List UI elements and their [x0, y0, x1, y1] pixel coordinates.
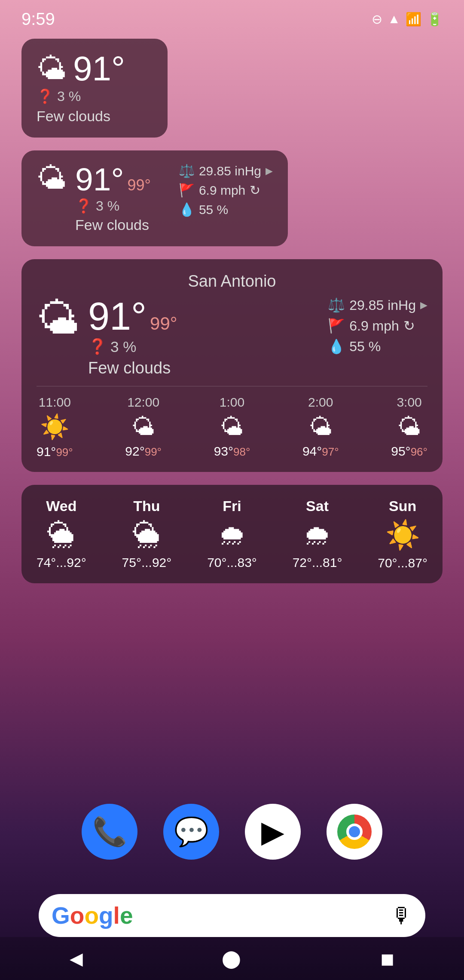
- recents-button[interactable]: ◼: [380, 949, 394, 968]
- feels-like-large: 99°: [150, 313, 177, 334]
- condition-large: Few clouds: [88, 359, 177, 377]
- day-label-fri: Fri: [223, 498, 241, 514]
- details-medium: ⚖️ 29.85 inHg ▶ 🚩 6.9 mph ↻ 💧 55 %: [179, 163, 273, 217]
- rain-icon-medium: 💧: [179, 202, 195, 217]
- messages-icon: 💬: [174, 815, 209, 848]
- hour-label-3: 2:00: [308, 395, 333, 410]
- nav-bar: ◀ ⬤ ◼: [0, 937, 464, 980]
- precip-large: 55 %: [349, 339, 381, 355]
- hour-temps-2: 93°98°: [214, 444, 250, 459]
- status-time: 9:59: [21, 9, 55, 29]
- weather-widget-weekly[interactable]: Wed 🌦 74°...92° Thu 🌦 75°...92° Fri 🌧 70…: [21, 485, 443, 583]
- weather-widget-large[interactable]: San Antonio 🌤 91° 99° ❓ 3 % Few clouds ⚖…: [21, 259, 443, 472]
- search-input[interactable]: [141, 894, 382, 937]
- hour-icon-4: 🌤: [397, 413, 421, 441]
- day-temps-sun: 70°...87°: [378, 556, 427, 570]
- do-not-disturb-icon: ⊖: [372, 12, 382, 27]
- day-item-wed: Wed 🌦 74°...92°: [37, 498, 86, 570]
- hour-temps-3: 94°97°: [302, 444, 339, 459]
- hour-item-1: 12:00 🌤 92°99°: [125, 395, 162, 459]
- temp-large: 91°: [88, 297, 147, 336]
- day-temps-thu: 75°...92°: [122, 555, 172, 570]
- day-item-sun: Sun ☀️ 70°...87°: [378, 498, 427, 570]
- city-name: San Antonio: [37, 272, 427, 291]
- day-item-thu: Thu 🌦 75°...92°: [122, 498, 172, 570]
- phone-icon: 📞: [92, 815, 127, 848]
- day-icon-sat: 🌧: [303, 519, 331, 551]
- play-store-app-icon[interactable]: ▶: [245, 804, 301, 860]
- chrome-icon: [337, 815, 372, 849]
- day-label-thu: Thu: [133, 498, 160, 514]
- temp-small: 91°: [73, 52, 125, 86]
- humidity-icon-large: ❓: [88, 338, 107, 355]
- day-label-sat: Sat: [306, 498, 329, 514]
- day-item-sat: Sat 🌧 72°...81°: [293, 498, 342, 570]
- wind-medium: 6.9 mph: [199, 183, 245, 198]
- hour-temps-4: 95°96°: [391, 444, 427, 459]
- condition-medium: Few clouds: [75, 217, 151, 233]
- day-icon-thu: 🌦: [133, 519, 161, 551]
- hour-icon-3: 🌤: [309, 413, 333, 441]
- pressure-icon-large: ⚖️: [328, 297, 345, 313]
- humidity-icon-small: ❓: [37, 88, 54, 104]
- google-search-bar[interactable]: Google 🎙: [39, 894, 425, 937]
- signal-icon: 📶: [406, 12, 421, 27]
- humidity-icon-medium: ❓: [75, 198, 92, 214]
- hour-label-1: 12:00: [127, 395, 159, 410]
- wind-icon-medium: 🚩: [179, 183, 195, 198]
- pressure-large: 29.85 inHg: [349, 297, 416, 313]
- messages-app-icon[interactable]: 💬: [163, 804, 219, 860]
- humidity-medium: 3 %: [96, 198, 119, 214]
- day-icon-wed: 🌦: [47, 519, 75, 551]
- hour-label-0: 11:00: [39, 395, 71, 410]
- app-dock: 📞 💬 ▶: [82, 804, 382, 860]
- weekly-forecast: Wed 🌦 74°...92° Thu 🌦 75°...92° Fri 🌧 70…: [37, 498, 427, 570]
- pressure-icon-medium: ⚖️: [179, 163, 195, 178]
- status-bar: 9:59 ⊖ ▲ 📶 🔋: [0, 0, 464, 30]
- hour-temps-0: 91°99°: [37, 444, 73, 459]
- google-logo: Google: [52, 902, 133, 929]
- pressure-medium: 29.85 inHg: [199, 164, 261, 178]
- hour-label-2: 1:00: [220, 395, 244, 410]
- rain-icon-large: 💧: [328, 338, 345, 355]
- humidity-small: 3 %: [57, 89, 81, 104]
- condition-small: Few clouds: [37, 108, 153, 125]
- battery-icon: 🔋: [427, 12, 443, 27]
- day-label-sun: Sun: [389, 498, 416, 514]
- google-assistant-icon[interactable]: 🎙: [391, 903, 412, 928]
- day-icon-sun: ☀️: [385, 519, 420, 551]
- day-temps-sat: 72°...81°: [293, 555, 342, 570]
- day-item-fri: Fri 🌧 70°...83°: [207, 498, 257, 570]
- wind-refresh-large: ↻: [403, 318, 415, 334]
- temp-medium: 91°: [75, 163, 124, 196]
- pressure-arrow: ▶: [266, 165, 273, 177]
- day-icon-fri: 🌧: [218, 519, 246, 551]
- chrome-app-icon[interactable]: [327, 804, 382, 860]
- wind-icon-large: 🚩: [328, 318, 345, 334]
- weather-widget-medium[interactable]: 🌤 91° 99° ❓ 3 % Few clouds ⚖️ 29.85 inHg…: [21, 150, 288, 246]
- hour-icon-2: 🌤: [220, 413, 244, 441]
- weather-widget-small[interactable]: 🌤 91° ❓ 3 % Few clouds: [21, 39, 168, 138]
- hour-item-2: 1:00 🌤 93°98°: [214, 395, 250, 459]
- pressure-arrow-large: ▶: [420, 300, 427, 311]
- feels-like-medium: 99°: [127, 176, 150, 194]
- details-large: ⚖️ 29.85 inHg ▶ 🚩 6.9 mph ↻ 💧 55 %: [328, 297, 427, 355]
- hour-icon-1: 🌤: [131, 413, 155, 441]
- wind-large: 6.9 mph: [349, 318, 399, 334]
- hourly-forecast: 11:00 ☀️ 91°99° 12:00 🌤 92°99° 1:00 🌤 93…: [37, 386, 427, 459]
- weather-icon-medium: 🌤: [37, 163, 67, 193]
- weather-icon-small: 🌤: [37, 54, 67, 84]
- hour-item-3: 2:00 🌤 94°97°: [302, 395, 339, 459]
- hour-item-0: 11:00 ☀️ 91°99°: [37, 395, 73, 459]
- precip-medium: 55 %: [199, 202, 228, 217]
- phone-app-icon[interactable]: 📞: [82, 804, 137, 860]
- weather-icon-large: 🌤: [37, 297, 79, 340]
- home-button[interactable]: ⬤: [222, 949, 241, 968]
- day-temps-fri: 70°...83°: [207, 555, 257, 570]
- play-store-icon: ▶: [261, 814, 284, 849]
- back-button[interactable]: ◀: [70, 949, 83, 968]
- day-label-wed: Wed: [46, 498, 76, 514]
- widgets-container: 🌤 91° ❓ 3 % Few clouds 🌤 91° 99° ❓ 3 % F…: [0, 30, 464, 592]
- humidity-large: 3 %: [110, 338, 136, 355]
- wifi-icon: ▲: [388, 12, 400, 26]
